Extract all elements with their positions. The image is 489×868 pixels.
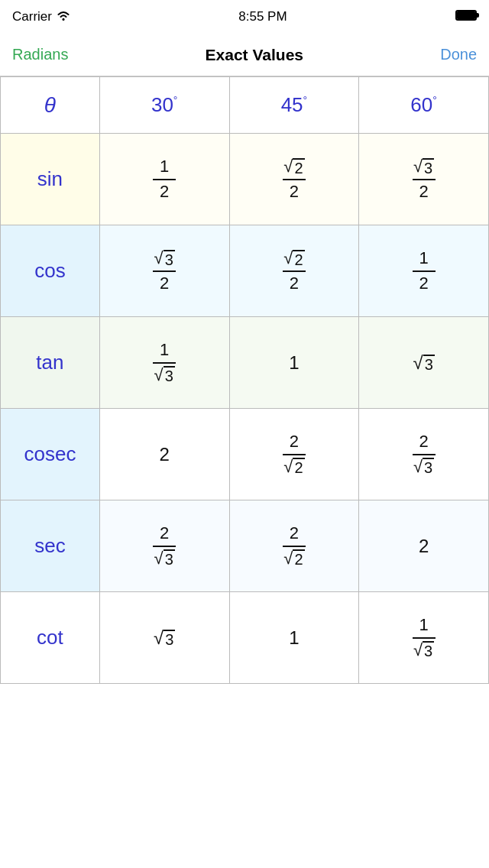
cos-row: cos √3 2 √2 2 1 2 bbox=[1, 225, 489, 317]
nav-bar: Radians Exact Values Done bbox=[0, 34, 489, 76]
tan-30-cell: 1 √3 bbox=[99, 317, 229, 409]
wifi-icon bbox=[57, 9, 70, 24]
tan-label: tan bbox=[1, 317, 100, 409]
tan-row: tan 1 √3 1 √3 bbox=[1, 317, 489, 409]
theta-header: θ bbox=[1, 77, 100, 134]
status-time: 8:55 PM bbox=[238, 9, 287, 24]
sin-60-cell: √3 2 bbox=[359, 134, 489, 225]
sin-row: sin 1 2 √2 2 √3 2 bbox=[1, 134, 489, 225]
sec-label: sec bbox=[1, 500, 100, 592]
cosec-30-cell: 2 bbox=[99, 409, 229, 500]
carrier-area: Carrier bbox=[12, 9, 70, 24]
cosec-row: cosec 2 2 √2 2 √3 bbox=[1, 409, 489, 500]
col-45-header: 45° bbox=[229, 77, 359, 134]
cos-60-cell: 1 2 bbox=[359, 225, 489, 317]
cosec-60-cell: 2 √3 bbox=[359, 409, 489, 500]
sec-30-cell: 2 √3 bbox=[99, 500, 229, 592]
cosec-45-cell: 2 √2 bbox=[229, 409, 359, 500]
cosec-label: cosec bbox=[1, 409, 100, 500]
cot-row: cot √3 1 1 √3 bbox=[1, 592, 489, 684]
done-button[interactable]: Done bbox=[440, 46, 477, 63]
cos-45-cell: √2 2 bbox=[229, 225, 359, 317]
svg-point-0 bbox=[62, 18, 64, 21]
col-60-header: 60° bbox=[359, 77, 489, 134]
sin-label: sin bbox=[1, 134, 100, 225]
carrier-label: Carrier bbox=[12, 9, 52, 24]
cos-label: cos bbox=[1, 225, 100, 317]
table-header-row: θ 30° 45° 60° bbox=[1, 77, 489, 134]
sec-45-cell: 2 √2 bbox=[229, 500, 359, 592]
sin-45-cell: √2 2 bbox=[229, 134, 359, 225]
cos-30-cell: √3 2 bbox=[99, 225, 229, 317]
battery-icon bbox=[455, 9, 477, 24]
cot-60-cell: 1 √3 bbox=[359, 592, 489, 684]
status-bar: Carrier 8:55 PM bbox=[0, 0, 489, 34]
sec-row: sec 2 √3 2 √2 2 bbox=[1, 500, 489, 592]
sec-60-cell: 2 bbox=[359, 500, 489, 592]
cot-45-cell: 1 bbox=[229, 592, 359, 684]
trig-table: θ 30° 45° 60° sin 1 2 √2 2 bbox=[0, 76, 489, 684]
radians-button[interactable]: Radians bbox=[12, 46, 68, 63]
tan-45-cell: 1 bbox=[229, 317, 359, 409]
page-title: Exact Values bbox=[206, 46, 303, 64]
tan-60-cell: √3 bbox=[359, 317, 489, 409]
col-30-header: 30° bbox=[99, 77, 229, 134]
sin-30-cell: 1 2 bbox=[99, 134, 229, 225]
cot-label: cot bbox=[1, 592, 100, 684]
cot-30-cell: √3 bbox=[99, 592, 229, 684]
